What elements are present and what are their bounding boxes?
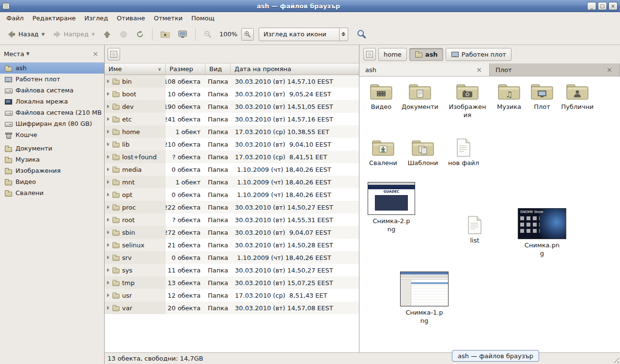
menu-item[interactable]: Изглед <box>80 13 112 23</box>
sidebar-item[interactable]: Свалени <box>0 187 104 198</box>
location-toggle-button[interactable] <box>363 48 376 61</box>
icon-view[interactable]: Видео Документи Изображения ♫ Муз <box>359 76 620 352</box>
file-row[interactable]: srv 0 обекта Папка 1.10.2009 (чт) 18,40,… <box>105 251 359 264</box>
expander-icon[interactable] <box>107 268 109 272</box>
zoom-in-button[interactable] <box>241 28 254 41</box>
view-mode-select[interactable]: Изглед като икони <box>259 28 348 41</box>
expander-icon[interactable] <box>107 230 109 234</box>
sidebar-item[interactable]: Локална мрежа <box>0 96 104 107</box>
icon-item-list[interactable]: list <box>453 216 496 245</box>
sidebar-close-button[interactable]: × <box>91 49 100 58</box>
icon-item-downloads[interactable]: Свалени <box>361 138 405 167</box>
icon-item-new-file[interactable]: нов файл <box>442 138 485 167</box>
up-button[interactable] <box>99 28 115 41</box>
sidebar-item[interactable]: Изображения <box>0 165 104 176</box>
expander-icon[interactable] <box>107 243 109 247</box>
file-row[interactable]: sys 11 обекта Папка 30.03.2010 (вт) 14,5… <box>105 264 359 276</box>
titlebar[interactable]: ash — файлов браузър _ □ × <box>0 0 620 12</box>
column-header-type[interactable]: Вид <box>205 63 231 75</box>
icon-item-snimka2[interactable]: GUADEC Снимка-2.png <box>365 182 418 234</box>
menu-item[interactable]: Отметки <box>149 13 186 23</box>
file-row[interactable]: boot 10 обекта Папка 30.03.2010 (вт) 9,0… <box>105 88 359 100</box>
forward-button[interactable]: Напред ▼ <box>49 28 98 41</box>
column-header-date[interactable]: Дата на промяна <box>231 63 359 75</box>
sidebar-item[interactable]: Документи <box>0 143 104 154</box>
computer-button[interactable] <box>174 28 191 41</box>
menu-item[interactable]: Помощ <box>187 13 219 23</box>
sidebar-item[interactable]: Работен плот <box>0 74 104 85</box>
file-row[interactable]: tmp 13 обекта Папка 30.03.2010 (вт) 15,0… <box>105 276 359 289</box>
file-row[interactable]: bin 108 обекта Папка 30.03.2010 (вт) 14,… <box>105 75 359 88</box>
menu-item[interactable]: Файл <box>2 13 28 23</box>
file-row[interactable]: proc 222 обекта Папка 30.03.2010 (вт) 14… <box>105 201 359 213</box>
file-row[interactable]: sbin 272 обекта Папка 30.03.2010 (вт) 9,… <box>105 226 359 239</box>
icon-item-video[interactable]: Видео <box>359 82 403 111</box>
expander-icon[interactable] <box>107 205 109 209</box>
combo-spinner-icon[interactable] <box>339 28 348 41</box>
icon-item-documents[interactable]: Документи <box>398 82 442 111</box>
icon-item-snimka[interactable]: GNOME Store Снимка.png <box>515 208 569 258</box>
file-row[interactable]: opt 0 обекта Папка 1.10.2009 (чт) 18,40,… <box>105 188 359 201</box>
expander-icon[interactable] <box>107 218 109 222</box>
expander-icon[interactable] <box>107 142 109 146</box>
sidebar-item[interactable]: Видео <box>0 176 104 187</box>
expander-icon[interactable] <box>107 117 109 121</box>
back-button[interactable]: Назад ▼ <box>4 28 48 41</box>
minimize-button[interactable]: _ <box>587 2 596 10</box>
reload-button[interactable] <box>132 28 148 41</box>
expander-icon[interactable] <box>107 281 109 285</box>
expander-icon[interactable] <box>107 306 109 310</box>
expander-icon[interactable] <box>107 79 109 83</box>
file-row[interactable]: lib 210 обекта Папка 30.03.2010 (вт) 9,0… <box>105 138 359 151</box>
file-row[interactable]: dev 190 обекта Папка 30.03.2010 (вт) 14,… <box>105 100 359 113</box>
close-button[interactable]: × <box>608 2 618 10</box>
column-header-size[interactable]: Размер <box>166 63 205 75</box>
sidebar-item[interactable]: Музика <box>0 154 104 165</box>
file-row[interactable]: root ? обекта Папка 30.03.2010 (вт) 14,5… <box>105 213 359 226</box>
tab-close-icon[interactable]: × <box>605 66 614 73</box>
list-pane-button[interactable] <box>108 48 120 61</box>
maximize-button[interactable]: □ <box>598 2 607 10</box>
tab-ash[interactable]: ash × <box>359 63 490 76</box>
expander-icon[interactable] <box>107 167 109 171</box>
icon-item-pictures[interactable]: Изображения <box>446 82 489 120</box>
file-row[interactable]: home 1 обект Папка 17.03.2010 (ср) 10,38… <box>105 125 359 138</box>
file-row[interactable]: selinux 21 обекта Папка 30.03.2010 (вт) … <box>105 239 359 251</box>
file-row[interactable]: mnt 1 обект Папка 1.10.2009 (чт) 18,40,2… <box>105 176 359 188</box>
file-row[interactable]: lost+found ? обекта Папка 17.03.2010 (ср… <box>105 151 359 163</box>
icon-item-snimka1[interactable]: Снимка-1.png <box>398 272 451 325</box>
file-row[interactable]: var 20 обекта Папка 30.03.2010 (вт) 14,5… <box>105 302 359 314</box>
sidebar-item[interactable]: Шифриран дял (80 GB) <box>0 118 104 129</box>
home-button[interactable] <box>157 28 173 41</box>
sidebar-title[interactable]: Места <box>4 50 24 58</box>
menu-item[interactable]: Отиване <box>112 13 149 23</box>
sidebar-item[interactable]: Файлова система (210 MB) <box>0 107 104 118</box>
back-dropdown-icon[interactable]: ▼ <box>42 32 45 37</box>
stop-button[interactable] <box>116 28 131 41</box>
breadcrumb-ash[interactable]: ash <box>409 48 443 61</box>
icon-item-templates[interactable]: Шаблони <box>401 138 445 167</box>
tab-close-icon[interactable]: × <box>475 66 483 73</box>
expander-icon[interactable] <box>107 193 109 197</box>
sidebar-item[interactable]: Кошче <box>0 129 104 140</box>
expander-icon[interactable] <box>107 180 109 184</box>
sidebar-item[interactable]: Файлова система <box>0 85 104 96</box>
expander-icon[interactable] <box>107 256 109 259</box>
sidebar-selector-icon[interactable]: ▼ <box>26 51 30 56</box>
expander-icon[interactable] <box>107 155 109 159</box>
tab-desktop[interactable]: Плот × <box>490 63 620 76</box>
expander-icon[interactable] <box>107 92 109 96</box>
expander-icon[interactable] <box>107 293 109 297</box>
sidebar-item[interactable]: ash <box>0 62 104 74</box>
file-row[interactable]: usr 12 обекта Папка 17.03.2010 (ср) 8,51… <box>105 289 359 302</box>
file-row[interactable]: etc 241 обекта Папка 30.03.2010 (вт) 14,… <box>105 113 359 125</box>
search-button[interactable] <box>355 28 368 41</box>
breadcrumb-desktop[interactable]: Работен плот <box>446 48 512 61</box>
resize-grip[interactable] <box>613 357 619 363</box>
column-header-name[interactable]: Име ∨ <box>105 63 166 75</box>
zoom-out-button[interactable] <box>200 28 216 41</box>
breadcrumb-home[interactable]: home <box>378 48 407 61</box>
icon-item-public[interactable]: Публични <box>556 82 599 111</box>
menu-item[interactable]: Редактиране <box>28 13 80 23</box>
expander-icon[interactable] <box>107 130 109 134</box>
